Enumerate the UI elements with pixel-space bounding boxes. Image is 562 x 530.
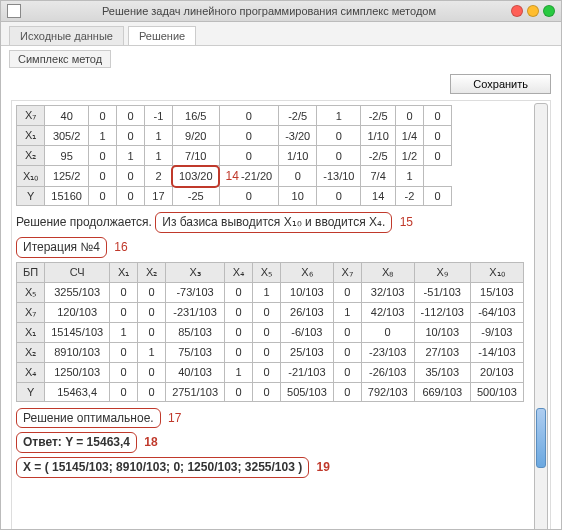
- table-row: X₁ 305/21019/200-3/2001/101/40: [17, 126, 452, 146]
- app-icon: [7, 4, 21, 18]
- simplex-table-4: БПСЧX₁X₂X₃X₄X₅X₆X₇X₈X₉X₁₀ X₅3255/10300-7…: [16, 262, 524, 402]
- solution-scroll: X₇ 4000-116/50-2/51-2/500 X₁ 305/21019/2…: [11, 100, 551, 529]
- scrollbar-thumb[interactable]: [536, 408, 546, 468]
- table-row: X₂8910/1030175/1030025/1030-23/10327/103…: [17, 342, 524, 362]
- table-row: X₂ 950117/1001/100-2/51/20: [17, 146, 452, 166]
- table-row: X₅3255/10300-73/1030110/103032/103-51/10…: [17, 282, 524, 302]
- minimize-icon[interactable]: [527, 5, 539, 17]
- table-row: X₄1250/1030040/10310-21/1030-26/10335/10…: [17, 362, 524, 382]
- sub-tabs: Симплекс метод: [1, 46, 561, 68]
- table-row: X₁15145/1031085/10300-6/1030010/103-9/10…: [17, 322, 524, 342]
- simplex-table-prev: X₇ 4000-116/50-2/51-2/500 X₁ 305/21019/2…: [16, 105, 452, 206]
- table-row: Y15463,4002751/10300505/1030792/103669/1…: [17, 382, 524, 401]
- tab-solution[interactable]: Решение: [128, 26, 196, 45]
- content-area: Сохранить X₇ 4000-116/50-2/51-2/500 X₁ 3…: [1, 68, 561, 529]
- titlebar: Решение задач линейного программирования…: [1, 1, 561, 22]
- table-row: X₇ 4000-116/50-2/51-2/500: [17, 106, 452, 126]
- close-icon[interactable]: [511, 5, 523, 17]
- vertical-scrollbar[interactable]: [534, 103, 548, 529]
- main-tabs: Исходные данные Решение: [1, 22, 561, 46]
- table-row: X₇120/10300-231/1030026/103142/103-112/1…: [17, 302, 524, 322]
- annotation-17: 17: [168, 411, 181, 425]
- answer-y-line: Ответ: Y = 15463,4 18: [16, 432, 530, 453]
- annotation-18: 18: [144, 435, 157, 449]
- optimal-line: Решение оптимальное. 17: [16, 408, 530, 429]
- table-header-row: БПСЧX₁X₂X₃X₄X₅X₆X₇X₈X₉X₁₀: [17, 262, 524, 282]
- annotation-15: 15: [400, 215, 413, 229]
- answer-x-line: X = ( 15145/103; 8910/103; 0; 1250/103; …: [16, 457, 530, 478]
- annotation-14: 14: [226, 169, 239, 183]
- continue-line: Решение продолжается. Из базиса выводитс…: [16, 212, 530, 233]
- annotation-16: 16: [114, 240, 127, 254]
- table-row: Y 151600017-25010014-20: [17, 187, 452, 206]
- annotation-19: 19: [317, 460, 330, 474]
- table-row: X₁₀ 125/2002 103/20 14-21/20 0-13/107/41: [17, 166, 452, 187]
- window-controls: [511, 5, 555, 17]
- window-title: Решение задач линейного программирования…: [27, 5, 511, 17]
- iteration-line: Итерация №4 16: [16, 237, 530, 258]
- maximize-icon[interactable]: [543, 5, 555, 17]
- pivot-cell: 103/20: [172, 166, 219, 187]
- tab-source-data[interactable]: Исходные данные: [9, 26, 124, 45]
- save-button[interactable]: Сохранить: [450, 74, 551, 94]
- basis-cell: X₇: [17, 106, 45, 126]
- app-window: Решение задач линейного программирования…: [0, 0, 562, 530]
- pivot-text: Из базиса выводится X₁₀ и вводится X₄.: [155, 212, 392, 233]
- subtab-simplex[interactable]: Симплекс метод: [9, 50, 111, 68]
